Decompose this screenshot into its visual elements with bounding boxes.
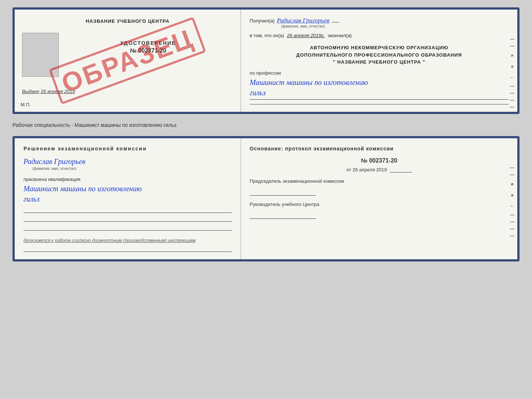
top-doc-left: НАЗВАНИЕ УЧЕБНОГО ЦЕНТРА УДОСТОВЕРЕНИЕ №… (15, 10, 241, 112)
bottom-side-dash-3 (510, 215, 514, 215)
bottom-doc-left: Решением экзаменационной комиссии Радисл… (15, 138, 241, 259)
side-dash-6 (510, 107, 514, 107)
director-block: Руководитель учебного Центра (250, 202, 508, 219)
received-line: Получил(а) Радислав Григорьев (фамилия, … (250, 17, 508, 28)
org-line2: ДОПОЛНИТЕЛЬНОГО ПРОФЕССИОНАЛЬНОГО ОБРАЗО… (250, 51, 508, 59)
main-container: НАЗВАНИЕ УЧЕБНОГО ЦЕНТРА УДОСТОВЕРЕНИЕ №… (12, 7, 520, 261)
separator-text: Рабочая специальность - Машинист машины … (12, 120, 520, 130)
bottom-side-dash-5 (510, 229, 514, 229)
cert-issued: Выдано 26 апреля 2019 (22, 89, 233, 94)
bottom-doc-right: Основание: протокол экзаменационной коми… (241, 138, 517, 259)
bottom-document: Решением экзаменационной комиссии Радисл… (12, 136, 520, 261)
person-name: Радислав Григорьев (24, 157, 85, 166)
bottom-side-dash-1 (510, 168, 514, 168)
top-doc-right: Получил(а) Радислав Григорьев (фамилия, … (241, 10, 517, 112)
qualification-label: присвоена квалификация (24, 177, 232, 182)
date-prefix: в том, что он(а) (250, 33, 284, 38)
bottom-side-dash-4 (510, 222, 514, 222)
cert-photo-placeholder (22, 33, 59, 77)
cert-label: УДОСТОВЕРЕНИЕ (121, 40, 176, 46)
org-line1: АВТОНОМНУЮ НЕКОММЕРЧЕСКУЮ ОРГАНИЗАЦИЮ (250, 44, 508, 51)
bottom-side-text-а: а (511, 193, 513, 197)
underline-1 (24, 206, 232, 213)
chairman-label: Председатель экзаменационной комиссии (250, 178, 508, 184)
name-sublabel-top: (фамилия, имя, отчество) (281, 24, 325, 28)
underline-3 (24, 223, 232, 231)
side-dash-5 (510, 100, 514, 100)
commission-title: Решением экзаменационной комиссии (24, 146, 232, 152)
bottom-side-text-arrow: ← (510, 204, 514, 208)
side-text-а: а (511, 64, 513, 68)
top-document: НАЗВАНИЕ УЧЕБНОГО ЦЕНТРА УДОСТОВЕРЕНИЕ №… (12, 7, 520, 114)
received-name: Радислав Григорьев (277, 17, 329, 24)
cert-number: № 002371-20 (130, 47, 166, 54)
qualification-name: Машинист машины по изготовлению гильз (24, 184, 232, 204)
date-suffix: окончил(а) (328, 33, 352, 38)
bottom-side-dash-2 (510, 175, 514, 175)
side-dash-3 (510, 86, 514, 86)
org-line3: " НАЗВАНИЕ УЧЕБНОГО ЦЕНТРА " (250, 58, 508, 66)
person-name-sublabel: (фамилия, имя, отчество) (32, 167, 76, 171)
side-dash-1 (510, 39, 514, 39)
bottom-side-text-и: и (511, 182, 513, 186)
bottom-side-dash-6 (510, 236, 514, 236)
director-label: Руководитель учебного Центра (250, 202, 508, 207)
date-value: 26 апреля 2019г. (287, 33, 325, 38)
work-permission: допускается к работе согласно должностны… (24, 238, 232, 243)
chairman-block: Председатель экзаменационной комиссии (250, 178, 508, 196)
side-dash-2 (510, 46, 514, 46)
org-block: АВТОНОМНУЮ НЕКОММЕРЧЕСКУЮ ОРГАНИЗАЦИЮ ДО… (250, 44, 508, 66)
chairman-signature-line (250, 187, 316, 196)
date-line: в том, что он(а) 26 апреля 2019г. окончи… (250, 33, 508, 38)
side-text-и: и (511, 53, 513, 57)
learning-center-title: НАЗВАНИЕ УЧЕБНОГО ЦЕНТРА (86, 18, 169, 24)
received-prefix: Получил(а) (250, 18, 275, 24)
work-permission-text: работе согласно должностным (производств… (55, 238, 195, 243)
side-dash-4 (510, 93, 514, 93)
protocol-number: № 002371-20 (250, 157, 508, 164)
protocol-date: от 26 апреля 2019 (250, 167, 508, 172)
profession-label: по профессии (250, 70, 508, 76)
profession-name: Машинист машины по изготовлению гильз (250, 77, 508, 98)
side-text-arrow: ← (510, 75, 514, 79)
director-signature-line (250, 210, 316, 219)
mp-label: М.П. (21, 102, 30, 107)
basis-title: Основание: протокол экзаменационной коми… (250, 146, 508, 152)
underline-4 (24, 245, 232, 252)
underline-2 (24, 214, 232, 222)
